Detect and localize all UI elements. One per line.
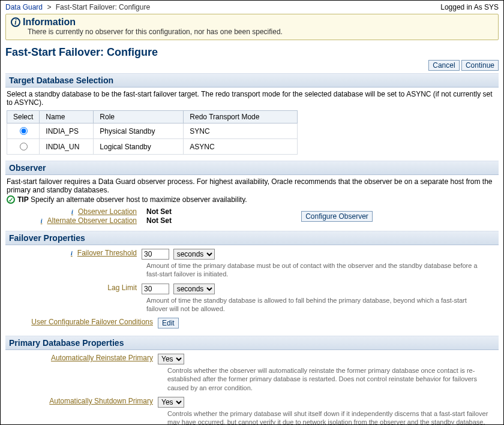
observer-blurb: Fast-start failover requires a Data Guar…: [7, 177, 497, 194]
table-row: INDIA_UN Logical Standby ASYNC: [7, 139, 298, 155]
failover-threshold-unit-select[interactable]: seconds: [173, 249, 215, 260]
info-title: Information: [23, 17, 76, 28]
observer-location-label[interactable]: iObserver Location: [7, 207, 142, 216]
lag-limit-label: Lag Limit: [7, 284, 142, 292]
auto-reinstate-label[interactable]: Automatically Reinstate Primary: [51, 354, 153, 362]
section-header-observer: Observer: [5, 161, 499, 175]
auto-shutdown-label[interactable]: Automatically Shutdown Primary: [49, 397, 153, 405]
cell-mode-1: ASYNC: [184, 139, 298, 155]
lag-limit-unit-select[interactable]: seconds: [173, 284, 215, 294]
tip-label: TIP: [17, 195, 29, 204]
cell-name-0: INDIA_PS: [40, 123, 94, 139]
check-icon: ✓: [7, 195, 15, 204]
target-db-table: Select Name Role Redo Transport Mode IND…: [7, 110, 298, 155]
breadcrumb-separator: >: [47, 3, 51, 11]
breadcrumb: Data Guard > Fast-Start Failover: Config…: [5, 3, 150, 11]
alt-observer-location-value: Not Set: [146, 216, 172, 225]
observer-location-value: Not Set: [146, 207, 172, 216]
tip-text: Specify an alternate observer host to ma…: [31, 195, 247, 204]
breadcrumb-current: Fast-Start Failover: Configure: [56, 3, 150, 11]
lag-limit-hint: Amount of time the standby database is a…: [142, 296, 478, 317]
failover-threshold-label[interactable]: iFailover Threshold: [7, 249, 142, 257]
auto-reinstate-select[interactable]: Yes: [158, 354, 184, 364]
cancel-button[interactable]: Cancel: [428, 60, 459, 71]
col-role: Role: [94, 111, 184, 123]
section-header-primary: Primary Database Properties: [5, 336, 499, 350]
page-title: Fast-Start Failover: Configure: [5, 46, 499, 59]
login-status: Logged in As SYS: [440, 3, 499, 11]
col-select: Select: [7, 111, 40, 123]
configure-observer-button[interactable]: Configure Observer: [301, 211, 373, 222]
cell-name-1: INDIA_UN: [40, 139, 94, 155]
info-small-icon: i: [69, 209, 76, 215]
failover-threshold-input[interactable]: [142, 249, 169, 260]
cell-role-0: Physical Standby: [94, 123, 184, 139]
select-radio-0[interactable]: [20, 127, 28, 135]
col-name: Name: [40, 111, 94, 123]
info-small-icon: i: [68, 250, 75, 257]
alt-observer-location-label[interactable]: iAlternate Observer Location: [7, 216, 142, 225]
info-small-icon: i: [38, 218, 45, 224]
info-box: i Information There is currently no obse…: [5, 14, 499, 40]
auto-shutdown-select[interactable]: Yes: [158, 397, 184, 408]
failover-conditions-link[interactable]: User Configurable Failover Conditions: [31, 318, 153, 326]
target-db-blurb: Select a standby database to be the fast…: [7, 90, 497, 107]
auto-reinstate-hint: Controls whether the observer will autom…: [163, 366, 497, 396]
lag-limit-input[interactable]: [142, 284, 169, 294]
info-message: There is currently no observer for this …: [28, 28, 493, 36]
failover-threshold-hint: Amount of time the primary database must…: [142, 261, 478, 282]
section-header-failover: Failover Properties: [5, 231, 499, 245]
auto-shutdown-hint: Controls whether the primary database wi…: [163, 409, 497, 425]
table-row: INDIA_PS Physical Standby SYNC: [7, 123, 298, 139]
edit-button[interactable]: Edit: [158, 318, 179, 328]
select-radio-1[interactable]: [20, 143, 28, 150]
breadcrumb-root-link[interactable]: Data Guard: [5, 3, 43, 11]
col-mode: Redo Transport Mode: [184, 111, 298, 123]
continue-button[interactable]: Continue: [461, 60, 499, 71]
info-icon: i: [11, 17, 20, 27]
section-header-target-db: Target Database Selection: [5, 73, 499, 88]
cell-role-1: Logical Standby: [94, 139, 184, 155]
cell-mode-0: SYNC: [184, 123, 298, 139]
